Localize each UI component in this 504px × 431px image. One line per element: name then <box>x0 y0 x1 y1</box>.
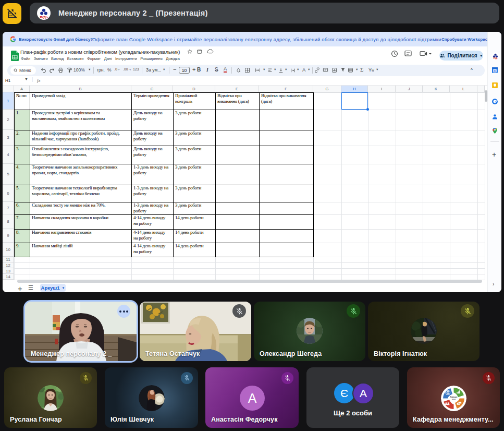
svg-text:МіБМ: МіБМ <box>452 399 456 401</box>
svg-text:РУДЬ: РУДЬ <box>494 57 498 59</box>
svg-text:31: 31 <box>494 70 497 73</box>
svg-text:РУДЬ: РУДЬ <box>40 15 48 19</box>
